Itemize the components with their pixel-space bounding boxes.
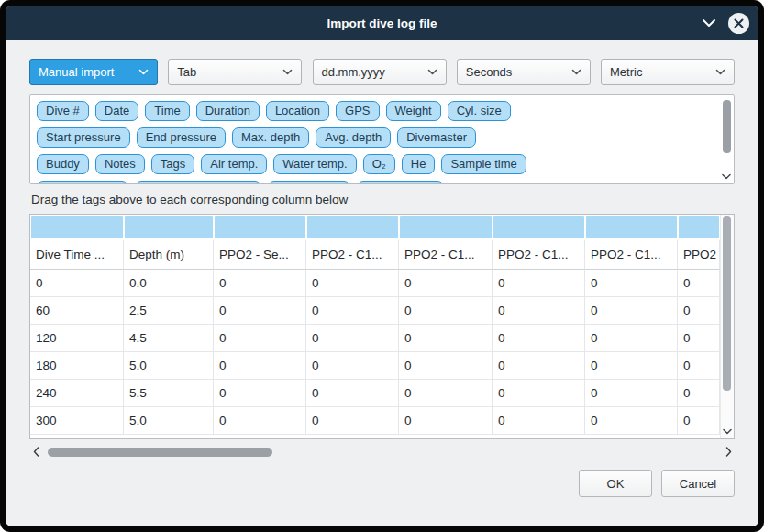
tag-divemaster[interactable]: Divemaster xyxy=(397,127,476,148)
date-format-combo[interactable]: dd.mm.yyyy xyxy=(313,59,447,85)
drop-target-cell[interactable] xyxy=(586,216,677,238)
tag-sample-po[interactable]: Sample pO₂ xyxy=(268,181,350,184)
tag-pool-scrollbar-handle[interactable] xyxy=(723,100,731,153)
table-cell: 0 xyxy=(678,380,720,407)
table-cell: 4.5 xyxy=(124,325,214,352)
table-cell: 0 xyxy=(585,325,678,352)
tag-pool-scroll-down-icon[interactable] xyxy=(721,171,731,182)
horizontal-scrollbar[interactable] xyxy=(29,444,735,460)
tag-he[interactable]: He xyxy=(402,154,436,174)
tag-sample-temperature[interactable]: Sample temperature xyxy=(135,181,261,184)
table-cell: 0 xyxy=(214,270,306,297)
drop-target-cell[interactable] xyxy=(215,216,305,238)
table-cell: 5.0 xyxy=(124,407,214,435)
import-mode-combo[interactable]: Manual import xyxy=(29,59,158,85)
window-frame: Import dive log file Manual import Tab xyxy=(0,0,764,532)
tag-water-temp[interactable]: Water temp. xyxy=(273,154,356,174)
drop-target-cell[interactable] xyxy=(125,216,213,238)
close-icon xyxy=(734,18,744,28)
column-header: PPO2 - C1... xyxy=(306,240,399,270)
table-cell: 0 xyxy=(214,297,306,325)
tag-sample-cns[interactable]: Sample CNS xyxy=(357,181,444,184)
table-cell: 0 xyxy=(493,407,585,435)
tag-dive[interactable]: Dive # xyxy=(37,101,89,121)
table-cell: 0.0 xyxy=(124,270,214,297)
titlebar-buttons xyxy=(701,6,749,40)
column-header: PPO2 - C1... xyxy=(399,240,493,270)
column-header: Dive Time ... xyxy=(30,240,124,270)
drop-target-cell[interactable] xyxy=(307,216,398,238)
titlebar[interactable]: Import dive log file xyxy=(6,6,758,40)
tag-time[interactable]: Time xyxy=(145,101,189,121)
field-separator-combo[interactable]: Tab xyxy=(168,59,302,85)
table-cell: 0 xyxy=(306,325,399,352)
table-cell: 0 xyxy=(493,325,585,352)
column-header: Depth (m) xyxy=(124,240,214,270)
drop-target-cell[interactable] xyxy=(679,216,719,238)
vertical-scrollbar-handle[interactable] xyxy=(723,216,731,391)
tag-location[interactable]: Location xyxy=(266,101,329,121)
tag-weight[interactable]: Weight xyxy=(386,101,441,121)
tag-sample-time[interactable]: Sample time xyxy=(441,154,526,174)
tag-max-depth[interactable]: Max. depth xyxy=(232,127,309,148)
cancel-button[interactable]: Cancel xyxy=(661,470,735,497)
tag-cyl-size[interactable]: Cyl. size xyxy=(448,101,511,121)
tag-end-pressure[interactable]: End pressure xyxy=(137,127,226,148)
table-cell: 0 xyxy=(306,297,399,325)
tag-notes[interactable]: Notes xyxy=(95,154,145,174)
table-cell: 0 xyxy=(214,352,306,380)
table-header-row: Dive Time ...Depth (m)PPO2 - Se...PPO2 -… xyxy=(30,240,720,270)
titlebar-menu-chevron-icon[interactable] xyxy=(701,15,717,31)
tag-gps[interactable]: GPS xyxy=(336,101,379,121)
close-button[interactable] xyxy=(728,13,749,34)
tag-date[interactable]: Date xyxy=(95,101,138,121)
tag-air-temp[interactable]: Air temp. xyxy=(201,154,267,174)
tag-start-pressure[interactable]: Start pressure xyxy=(37,127,130,148)
table-scroll-down-icon[interactable] xyxy=(722,426,733,437)
horizontal-scrollbar-handle[interactable] xyxy=(48,448,272,457)
import-preview-table: Dive Time ...Depth (m)PPO2 - Se...PPO2 -… xyxy=(29,214,735,439)
table-cell: 0 xyxy=(399,352,493,380)
tag-pool-rows: Dive #DateTimeDurationLocationGPSWeightC… xyxy=(37,101,714,184)
chevron-down-icon xyxy=(715,69,725,75)
chevron-down-icon xyxy=(138,69,149,75)
chevron-down-icon xyxy=(571,69,581,75)
drop-target-cell[interactable] xyxy=(493,216,584,238)
horizontal-scrollbar-track[interactable] xyxy=(42,448,722,457)
table-cell: 0 xyxy=(399,380,493,407)
units-combo[interactable]: Metric xyxy=(601,59,735,85)
ok-button[interactable]: OK xyxy=(579,470,652,497)
table-cell: 0 xyxy=(214,325,306,352)
tag-tags[interactable]: Tags xyxy=(151,154,194,174)
table-cell: 300 xyxy=(30,407,124,435)
tag-row: Start pressureEnd pressureMax. depthAvg.… xyxy=(37,127,714,148)
scroll-left-icon[interactable] xyxy=(29,444,42,460)
drop-target-row xyxy=(30,215,720,240)
dialog-body: Manual import Tab dd.mm.yyyy Seconds Met… xyxy=(6,40,758,526)
table-cell: 0 xyxy=(214,380,306,407)
tag-o[interactable]: O₂ xyxy=(363,154,395,174)
field-separator-value: Tab xyxy=(177,65,196,79)
table-row: 00.0000000 xyxy=(30,270,720,297)
table-cell: 5.5 xyxy=(124,380,214,407)
table-cell: 0 xyxy=(678,325,720,352)
table-cell: 60 xyxy=(30,297,124,325)
tag-row: BuddyNotesTagsAir temp.Water temp.O₂HeSa… xyxy=(37,154,714,174)
column-header: PPO2 xyxy=(678,240,720,270)
column-header: PPO2 - Se... xyxy=(214,240,306,270)
tag-buddy[interactable]: Buddy xyxy=(37,154,89,174)
drop-target-cell[interactable] xyxy=(400,216,492,238)
tag-avg-depth[interactable]: Avg. depth xyxy=(316,127,391,148)
vertical-scrollbar[interactable] xyxy=(720,215,734,438)
duration-format-combo[interactable]: Seconds xyxy=(457,59,591,85)
tag-pool-scrollbar[interactable] xyxy=(723,98,731,167)
table-cell: 120 xyxy=(30,325,124,352)
tag-duration[interactable]: Duration xyxy=(196,101,260,121)
tag-sample-depth[interactable]: Sample depth xyxy=(37,181,128,184)
drop-target-cell[interactable] xyxy=(31,216,123,238)
window-title: Import dive log file xyxy=(327,17,437,30)
scroll-right-icon[interactable] xyxy=(722,444,735,460)
table-row: 1204.5000000 xyxy=(30,325,720,352)
duration-format-value: Seconds xyxy=(466,65,513,79)
table-cell: 0 xyxy=(585,352,678,380)
